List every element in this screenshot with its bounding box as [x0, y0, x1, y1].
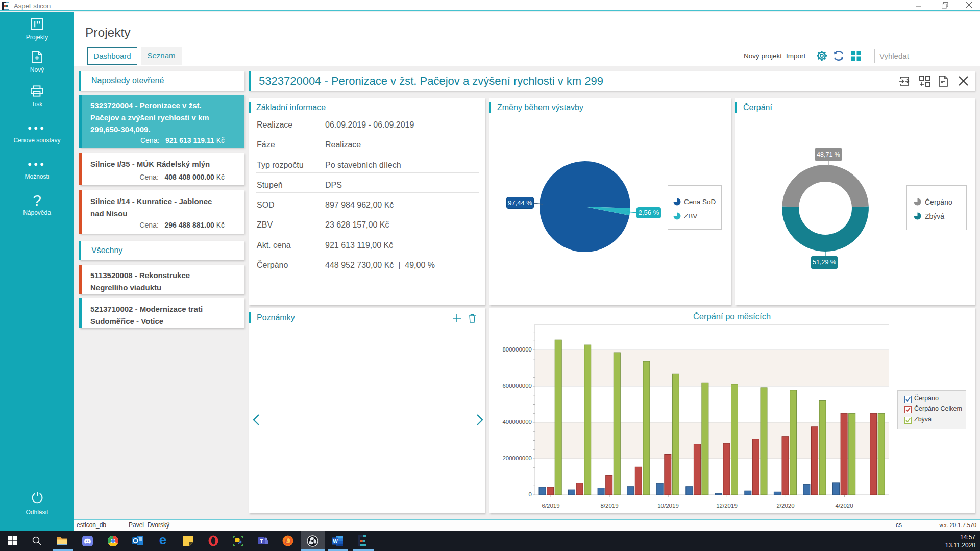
svg-text:e: e [159, 535, 166, 547]
svg-text:W: W [333, 539, 338, 544]
